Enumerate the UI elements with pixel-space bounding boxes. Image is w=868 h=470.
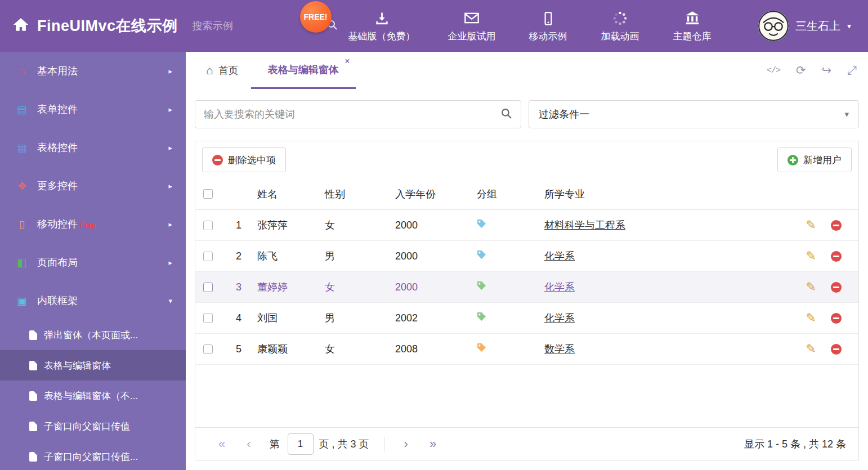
cell-major: 数学系 bbox=[544, 342, 785, 356]
edit-icon[interactable]: ✎ bbox=[806, 250, 816, 262]
page-number-input[interactable] bbox=[288, 433, 314, 455]
table-row-selected[interactable]: 3 董婷婷 女 2000 化学系 ✎ bbox=[195, 272, 858, 303]
page-prefix: 第 bbox=[270, 437, 280, 451]
edit-icon[interactable]: ✎ bbox=[806, 343, 816, 355]
prev-page-icon[interactable]: ‹ bbox=[247, 438, 250, 450]
search-icon[interactable] bbox=[500, 108, 512, 122]
row-number: 5 bbox=[220, 343, 257, 355]
keyword-search-input[interactable] bbox=[204, 109, 500, 120]
sidebar-item-form-controls[interactable]: ▤ 表单控件 ▸ bbox=[0, 90, 186, 128]
sidebar-subitem-child-to-parent[interactable]: 子窗口向父窗口传值 bbox=[0, 411, 186, 441]
sidebar-item-more-controls[interactable]: ❖ 更多控件 ▸ bbox=[0, 167, 186, 205]
nav-enterprise-trial[interactable]: 企业版试用 bbox=[448, 9, 496, 43]
sidebar-subitem-grid-edit-window[interactable]: 表格与编辑窗体 bbox=[0, 350, 186, 381]
nav-basic-free[interactable]: FREE! 基础版（免费） bbox=[348, 9, 415, 43]
pagination-bar: « ‹ 第 页 , 共 3 页 › » 显示 1 - 5 条 , 共 12 条 bbox=[195, 427, 858, 460]
sidebar-item-grid-controls[interactable]: ▦ 表格控件 ▸ bbox=[0, 128, 186, 167]
tag-icon bbox=[477, 281, 486, 290]
major-link[interactable]: 材料科学与工程系 bbox=[544, 220, 625, 231]
cell-name: 康颖颖 bbox=[257, 342, 325, 356]
table-row[interactable]: 1 张萍萍 女 2000 材料科学与工程系 ✎ bbox=[195, 210, 858, 241]
first-page-icon[interactable]: « bbox=[218, 438, 225, 450]
cell-major: 化学系 bbox=[544, 311, 785, 325]
row-checkbox[interactable] bbox=[203, 252, 213, 261]
sidebar-item-mobile-controls[interactable]: ▯ 移动控件Corp. ▸ bbox=[0, 205, 186, 243]
chevron-down-icon: ▾ bbox=[168, 297, 172, 305]
delete-icon[interactable] bbox=[831, 220, 842, 231]
delete-icon[interactable] bbox=[831, 251, 842, 262]
table-row[interactable]: 4 刘国 男 2002 化学系 ✎ bbox=[195, 303, 858, 334]
tab-home[interactable]: ⌂ 首页 bbox=[194, 52, 251, 89]
delete-icon[interactable] bbox=[831, 344, 842, 355]
frame-icon: ▣ bbox=[14, 294, 30, 307]
plus-circle-icon bbox=[788, 155, 798, 165]
tab-grid-edit-window[interactable]: 表格与编辑窗体 × bbox=[251, 52, 356, 89]
close-icon[interactable]: × bbox=[344, 57, 350, 66]
edit-icon[interactable]: ✎ bbox=[806, 312, 816, 324]
edit-icon[interactable]: ✎ bbox=[806, 281, 816, 293]
row-checkbox[interactable] bbox=[203, 221, 213, 230]
sidebar-item-basic-usage[interactable]: ⌂ 基本用法 ▸ bbox=[0, 52, 186, 90]
major-link[interactable]: 数学系 bbox=[544, 343, 575, 355]
last-page-icon[interactable]: » bbox=[429, 438, 436, 450]
table-row[interactable]: 5 康颖颖 女 2008 数学系 ✎ bbox=[195, 334, 858, 365]
col-group: 分组 bbox=[477, 187, 544, 201]
sidebar-subitem-grid-edit-window-2[interactable]: 表格与编辑窗体（不... bbox=[0, 381, 186, 411]
keyword-search-box bbox=[195, 100, 521, 128]
sidebar-item-page-layout[interactable]: ◧ 页面布局 ▸ bbox=[0, 243, 186, 281]
delete-icon[interactable] bbox=[831, 282, 842, 293]
app-header: FineUIMvc在线示例 FREE! 基础版（免费） 企业版试用 移动示例 bbox=[0, 0, 868, 52]
row-checkbox[interactable] bbox=[203, 283, 213, 292]
brand[interactable]: FineUIMvc在线示例 bbox=[0, 16, 178, 36]
file-icon bbox=[29, 422, 37, 431]
cell-year: 2000 bbox=[395, 281, 477, 293]
nav-mobile-demo[interactable]: 移动示例 bbox=[529, 9, 568, 43]
sidebar-item-inline-frame[interactable]: ▣ 内联框架 ▾ bbox=[0, 281, 186, 320]
next-page-icon[interactable]: › bbox=[404, 438, 408, 450]
open-new-window-icon[interactable]: ↪ bbox=[822, 64, 832, 77]
user-menu[interactable]: 三生石上 ▾ bbox=[758, 11, 868, 41]
nav-loading-animation[interactable]: 加载动画 bbox=[601, 9, 640, 43]
avatar bbox=[758, 11, 789, 41]
sidebar-subitem-popup-window[interactable]: 弹出窗体（本页面或... bbox=[0, 320, 186, 350]
tab-toolbar: </> ⟳ ↪ ⤢ bbox=[767, 52, 868, 89]
delete-icon[interactable] bbox=[831, 313, 842, 324]
file-icon bbox=[29, 391, 37, 401]
table-row[interactable]: 2 陈飞 男 2000 化学系 ✎ bbox=[195, 241, 858, 272]
filter-row: 过滤条件一 ▾ bbox=[195, 100, 859, 128]
cell-year: 2000 bbox=[395, 220, 477, 231]
table-header-row: 姓名 性别 入学年份 分组 所学专业 bbox=[195, 178, 858, 210]
edit-icon[interactable]: ✎ bbox=[806, 219, 816, 231]
major-link[interactable]: 化学系 bbox=[544, 312, 575, 324]
refresh-icon[interactable]: ⟳ bbox=[796, 64, 806, 77]
delete-selected-button[interactable]: 删除选中项 bbox=[202, 147, 286, 172]
source-code-icon[interactable]: </> bbox=[767, 66, 780, 75]
header-search bbox=[193, 19, 308, 33]
download-icon bbox=[374, 9, 390, 26]
select-all-checkbox[interactable] bbox=[203, 189, 213, 199]
filter-dropdown[interactable]: 过滤条件一 ▾ bbox=[529, 100, 859, 128]
cell-year: 2000 bbox=[395, 250, 477, 262]
row-checkbox[interactable] bbox=[203, 314, 213, 323]
file-icon bbox=[29, 361, 37, 370]
cell-gender: 男 bbox=[325, 311, 395, 325]
cell-group bbox=[477, 219, 544, 231]
row-checkbox[interactable] bbox=[203, 344, 213, 354]
widgets-icon: ❖ bbox=[14, 180, 30, 193]
sidebar-subitem-child-to-parent-2[interactable]: 子窗口向父窗口传值... bbox=[0, 441, 186, 470]
expand-icon[interactable]: ⤢ bbox=[847, 64, 857, 77]
cell-name: 刘国 bbox=[257, 311, 325, 325]
add-user-button[interactable]: 新增用户 bbox=[777, 147, 852, 172]
nav-theme-repo[interactable]: 主题仓库 bbox=[673, 9, 712, 43]
tab-bar: ⌂ 首页 表格与编辑窗体 × </> ⟳ ↪ ⤢ bbox=[186, 52, 868, 89]
major-link[interactable]: 化学系 bbox=[544, 250, 575, 262]
caret-down-icon: ▾ bbox=[847, 21, 851, 30]
main-area: ⌂ 首页 表格与编辑窗体 × </> ⟳ ↪ ⤢ bbox=[186, 52, 868, 470]
record-summary: 显示 1 - 5 条 , 共 12 条 bbox=[744, 437, 846, 451]
cell-year: 2002 bbox=[395, 312, 477, 324]
nav-label: 加载动画 bbox=[601, 30, 639, 43]
major-link[interactable]: 化学系 bbox=[544, 281, 575, 293]
tag-icon bbox=[477, 250, 486, 259]
mobile-icon bbox=[541, 9, 556, 26]
cell-name: 张萍萍 bbox=[257, 218, 325, 232]
